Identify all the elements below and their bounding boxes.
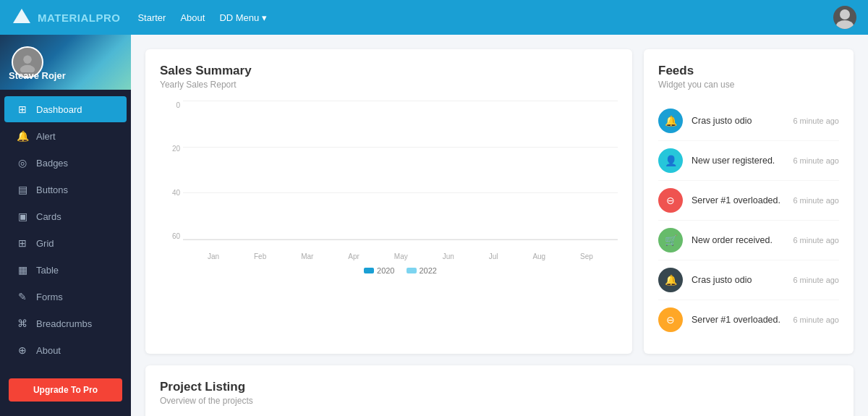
sidebar-item-buttons[interactable]: ▤ Buttons [4, 177, 127, 203]
sidebar-item-cards[interactable]: ▣ Cards [4, 203, 127, 229]
main-content: Sales Summary Yearly Sales Report 60 40 … [131, 35, 868, 416]
sidebar-item-dashboard[interactable]: ⊞ Dashboard [4, 96, 127, 122]
sidebar-item-label: Cards [36, 211, 61, 222]
y-label-40: 40 [160, 189, 180, 197]
feed-text: Server #1 overloaded. [692, 315, 784, 325]
x-label-aug: Aug [532, 252, 545, 260]
feed-icon: 🔔 [658, 268, 683, 292]
sales-title: Sales Summary [160, 64, 618, 78]
sidebar-item-label: Breadcrumbs [36, 318, 92, 329]
badges-icon: ◎ [16, 157, 29, 169]
brand-logo[interactable]: MATERIALPRO [12, 7, 120, 27]
feed-message: Cras justo odio [692, 275, 784, 285]
svg-point-3 [23, 55, 31, 63]
y-label-0: 0 [160, 101, 180, 109]
feed-icon: ⊖ [658, 307, 683, 332]
forms-icon: ✎ [16, 291, 29, 302]
sidebar-item-forms[interactable]: ✎ Forms [4, 284, 127, 310]
sidebar-item-breadcrumbs[interactable]: ⌘ Breadcrumbs [4, 310, 127, 336]
x-label-mar: Mar [301, 252, 313, 260]
upgrade-button[interactable]: Upgrade To Pro [9, 378, 122, 402]
x-label-may: May [394, 252, 408, 260]
brand-name: MATERIALPRO [38, 12, 120, 24]
sidebar-item-label: Dashboard [36, 104, 82, 115]
sidebar-item-alert[interactable]: 🔔 Alert [4, 123, 127, 149]
feed-message: New order received. [692, 235, 784, 245]
cards-icon: ▣ [16, 211, 29, 222]
alert-icon: 🔔 [16, 130, 29, 142]
feed-time: 6 minute ago [793, 315, 839, 324]
nav-dd-menu[interactable]: DD Menu ▾ [219, 12, 267, 23]
user-avatar-top[interactable] [833, 6, 856, 29]
x-label-sep: Sep [580, 252, 593, 260]
buttons-icon: ▤ [16, 184, 29, 195]
feed-time: 6 minute ago [793, 236, 839, 245]
sidebar-profile: Steave Rojer [0, 35, 131, 90]
feed-time: 6 minute ago [793, 116, 839, 125]
feeds-subtitle: Widget you can use [658, 80, 839, 90]
sidebar-username: Steave Rojer [9, 70, 66, 81]
y-label-60: 60 [160, 232, 180, 240]
feed-time: 6 minute ago [793, 276, 839, 284]
x-label-jul: Jul [489, 252, 498, 260]
sidebar-item-label: Alert [36, 131, 56, 142]
about-icon: ⊕ [16, 344, 29, 356]
legend-2020: 2020 [364, 266, 394, 275]
svg-point-2 [836, 20, 854, 29]
user-menu[interactable] [833, 6, 856, 29]
feed-message: Server #1 overloaded. [692, 315, 784, 325]
grid-icon: ⊞ [16, 237, 29, 249]
feed-item: 👤New user registered.6 minute ago [658, 141, 839, 181]
legend-dot-2020 [364, 268, 374, 273]
feed-icon: ⊖ [658, 188, 683, 213]
feed-item: 🛒New order received.6 minute ago [658, 221, 839, 260]
sidebar-item-grid[interactable]: ⊞ Grid [4, 230, 127, 256]
feed-message: Cras justo odio [692, 116, 784, 126]
feed-message: Server #1 overloaded. [692, 195, 784, 205]
sidebar-item-badges[interactable]: ◎ Badges [4, 150, 127, 176]
feed-time: 6 minute ago [793, 196, 839, 205]
top-row: Sales Summary Yearly Sales Report 60 40 … [145, 49, 854, 354]
chart-bars [183, 101, 618, 239]
legend-label-2022: 2022 [420, 266, 437, 275]
feed-text: New user registered. [692, 156, 784, 166]
sidebar-item-table[interactable]: ▦ Table [4, 257, 127, 283]
breadcrumbs-icon: ⌘ [16, 318, 29, 329]
x-label-apr: Apr [348, 252, 359, 260]
y-label-20: 20 [160, 145, 180, 153]
project-title: Project Listing [160, 380, 839, 394]
feed-icon: 🔔 [658, 109, 683, 133]
sidebar-item-label: Grid [36, 238, 54, 249]
feed-message: New user registered. [692, 156, 784, 166]
nav-about[interactable]: About [180, 12, 205, 23]
x-label-feb: Feb [254, 252, 266, 260]
feed-item: ⊖Server #1 overloaded.6 minute ago [658, 181, 839, 221]
project-subtitle: Overview of the projects [160, 396, 839, 406]
table-icon: ▦ [16, 264, 29, 276]
legend-dot-2022 [407, 268, 417, 273]
feeds-card: Feeds Widget you can use 🔔Cras justo odi… [644, 49, 854, 354]
sidebar-item-about[interactable]: ⊕ About [4, 337, 127, 363]
sales-subtitle: Yearly Sales Report [160, 80, 618, 90]
y-axis-labels: 60 40 20 0 [160, 101, 180, 240]
feed-icon: 👤 [658, 148, 683, 173]
sidebar-nav: ⊞ Dashboard 🔔 Alert ◎ Badges ▤ Buttons ▣… [0, 90, 131, 370]
x-label-jun: Jun [443, 252, 454, 260]
feeds-list: 🔔Cras justo odio6 minute ago👤New user re… [658, 101, 839, 339]
feed-item: 🔔Cras justo odio6 minute ago [658, 260, 839, 300]
top-navigation: MATERIALPRO Starter About DD Menu ▾ [0, 0, 868, 35]
feed-icon: 🛒 [658, 228, 683, 252]
feed-text: Cras justo odio [692, 275, 784, 285]
sales-chart: 60 40 20 0 [160, 101, 618, 260]
svg-point-1 [840, 9, 850, 20]
svg-marker-0 [13, 9, 30, 23]
sidebar-item-label: Forms [36, 292, 63, 302]
legend-2022: 2022 [407, 266, 437, 275]
project-listing-card: Project Listing Overview of the projects… [145, 365, 854, 416]
nav-starter[interactable]: Starter [137, 12, 166, 23]
chevron-down-icon: ▾ [262, 12, 267, 23]
feed-item: ⊖Server #1 overloaded.6 minute ago [658, 300, 839, 339]
x-label-jan: Jan [208, 252, 219, 260]
upgrade-section: Upgrade To Pro [0, 370, 131, 410]
sales-summary-card: Sales Summary Yearly Sales Report 60 40 … [145, 49, 632, 354]
